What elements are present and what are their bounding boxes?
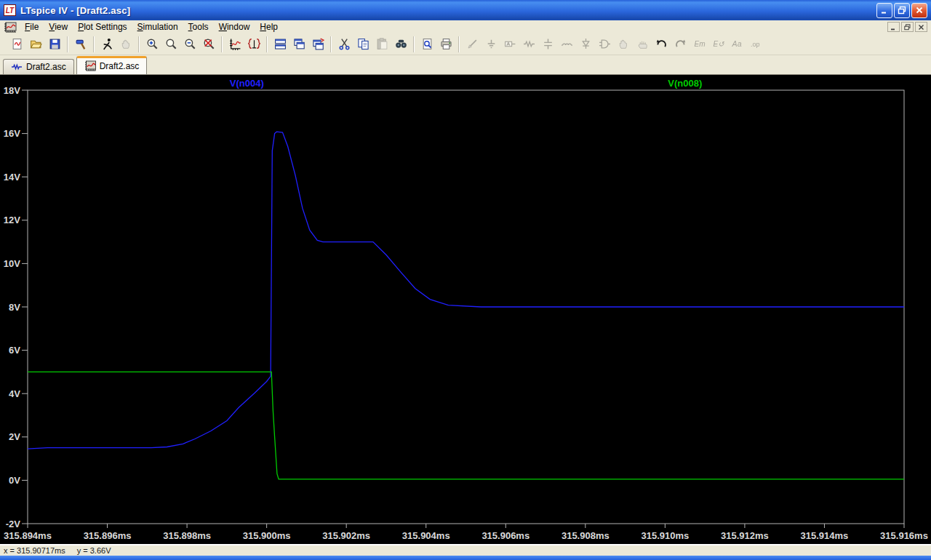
tile-horizontal-button[interactable] xyxy=(271,36,289,53)
waveform-document-icon xyxy=(4,22,17,33)
component-icon xyxy=(599,38,611,50)
control-panel-button[interactable] xyxy=(71,36,90,53)
menu-view[interactable]: View xyxy=(44,21,73,33)
svg-text:Aa: Aa xyxy=(731,39,741,48)
y-axis-tick-label: 0V xyxy=(9,475,20,486)
zoom-back-button[interactable] xyxy=(161,36,180,53)
x-axis-tick-label: 315.916ms xyxy=(880,530,928,541)
minimize-button[interactable] xyxy=(876,3,892,18)
inductor-button xyxy=(557,36,576,53)
mdi-close-icon xyxy=(918,24,924,31)
open-button[interactable] xyxy=(26,36,45,53)
mdi-minimize-button[interactable] xyxy=(887,22,900,32)
y-axis-tick-label: 8V xyxy=(9,302,20,313)
paste-button xyxy=(372,36,391,53)
restore-button[interactable] xyxy=(894,3,910,18)
cursor-y-readout: y = 3.66V xyxy=(77,546,111,555)
tab-label: Draft2.asc xyxy=(100,61,140,71)
zoom-extents-icon xyxy=(203,38,215,50)
x-axis-tick-label: 315.898ms xyxy=(163,530,211,541)
cascade-windows-icon xyxy=(293,38,305,50)
menu-simulation[interactable]: Simulation xyxy=(132,21,183,33)
print-button[interactable] xyxy=(436,36,455,53)
copy-icon xyxy=(357,38,369,50)
ground-button xyxy=(482,36,500,53)
cascade-windows-button[interactable] xyxy=(289,36,308,53)
tile-vertical-icon xyxy=(312,38,324,50)
undo-button[interactable] xyxy=(652,36,671,53)
x-axis-tick-label: 315.902ms xyxy=(322,530,370,541)
mdi-minimize-icon xyxy=(890,24,897,31)
mdi-restore-button[interactable] xyxy=(901,22,914,32)
zoom-out-button[interactable] xyxy=(180,36,199,53)
plot-settings-icon xyxy=(248,38,260,50)
new-schematic-button[interactable] xyxy=(7,36,26,53)
drag-button xyxy=(633,36,652,53)
toolbar-separator xyxy=(67,36,68,52)
wire-icon xyxy=(466,38,479,50)
zoom-in-button[interactable] xyxy=(143,36,161,53)
net-label-button xyxy=(500,36,519,53)
spice-directive-icon: .op xyxy=(750,38,762,50)
menu-tools[interactable]: Tools xyxy=(183,21,214,33)
tab-waveform-draft2-asc[interactable]: Draft2.asc xyxy=(76,56,148,74)
paste-icon xyxy=(376,38,388,50)
run-button[interactable] xyxy=(97,36,116,53)
undo-icon xyxy=(655,38,668,50)
y-axis-tick-label: 2V xyxy=(9,431,20,442)
rotate-button: E↺ xyxy=(708,36,727,53)
redo-icon xyxy=(674,38,687,50)
print-preview-button[interactable] xyxy=(417,36,436,53)
copy-button[interactable] xyxy=(353,36,372,53)
halt-button xyxy=(116,36,135,53)
tile-vertical-button[interactable] xyxy=(308,36,327,53)
menu-plot-settings[interactable]: Plot Settings xyxy=(73,21,132,33)
move-button xyxy=(614,36,633,53)
print-preview-icon xyxy=(421,38,433,50)
svg-text:E↺: E↺ xyxy=(713,40,724,48)
menu-bar: FileViewPlot SettingsSimulationToolsWind… xyxy=(0,20,931,33)
menu-file[interactable]: File xyxy=(20,21,44,33)
find-button[interactable] xyxy=(391,36,410,53)
toolbar-separator xyxy=(330,36,332,52)
waveform-pane[interactable]: 18V16V14V12V10V8V6V4V2V0V-2V315.894ms315… xyxy=(0,75,931,544)
autorange-y-button[interactable] xyxy=(225,36,244,53)
trace-label-vn004[interactable]: V(n004) xyxy=(230,78,264,89)
tab-schematic-draft2-asc[interactable]: Draft2.asc xyxy=(3,59,74,74)
tab-bar: Draft2.ascDraft2.asc xyxy=(0,55,931,75)
menu-help[interactable]: Help xyxy=(255,21,283,33)
trace-vn008[interactable] xyxy=(28,372,904,479)
move-icon xyxy=(618,38,630,50)
tab-label: Draft2.asc xyxy=(26,62,66,72)
close-button[interactable] xyxy=(911,3,927,18)
mdi-window-buttons xyxy=(887,22,929,32)
wire-button xyxy=(463,36,482,53)
trace-vn004[interactable] xyxy=(28,132,904,449)
waveform-plot[interactable]: 18V16V14V12V10V8V6V4V2V0V-2V315.894ms315… xyxy=(0,75,931,544)
toolbar: EmE↺Aa.op xyxy=(0,33,931,55)
menu-items: FileViewPlot SettingsSimulationToolsWind… xyxy=(20,21,887,33)
save-button[interactable] xyxy=(45,36,64,53)
status-bar: x = 315.90717ms y = 3.66V xyxy=(0,544,931,556)
mdi-close-button[interactable] xyxy=(915,22,927,32)
spice-directive-button: .op xyxy=(746,36,765,53)
trace-label-vn008[interactable]: V(n008) xyxy=(668,78,702,89)
menu-window[interactable]: Window xyxy=(214,21,255,33)
y-axis-tick-label: 14V xyxy=(4,172,20,183)
control-panel-icon xyxy=(75,38,87,50)
plot-settings-button[interactable] xyxy=(244,36,263,53)
ltspice-window: LT LTspice IV - [Draft2.asc] FileViewPlo… xyxy=(0,0,931,560)
taskbar-strip xyxy=(0,556,931,560)
cut-button[interactable] xyxy=(335,36,353,53)
text-button: Aa xyxy=(727,36,746,53)
x-axis-tick-label: 315.912ms xyxy=(721,530,769,541)
toolbar-separator xyxy=(266,36,268,52)
zoom-extents-button[interactable] xyxy=(199,36,218,53)
redo-button xyxy=(671,36,690,53)
y-axis-tick-label: 16V xyxy=(4,128,20,139)
diode-button xyxy=(576,36,595,53)
x-axis-tick-label: 315.910ms xyxy=(641,530,689,541)
resistor-button xyxy=(519,36,538,53)
rotate-icon: E↺ xyxy=(712,38,724,50)
close-icon xyxy=(915,6,924,15)
